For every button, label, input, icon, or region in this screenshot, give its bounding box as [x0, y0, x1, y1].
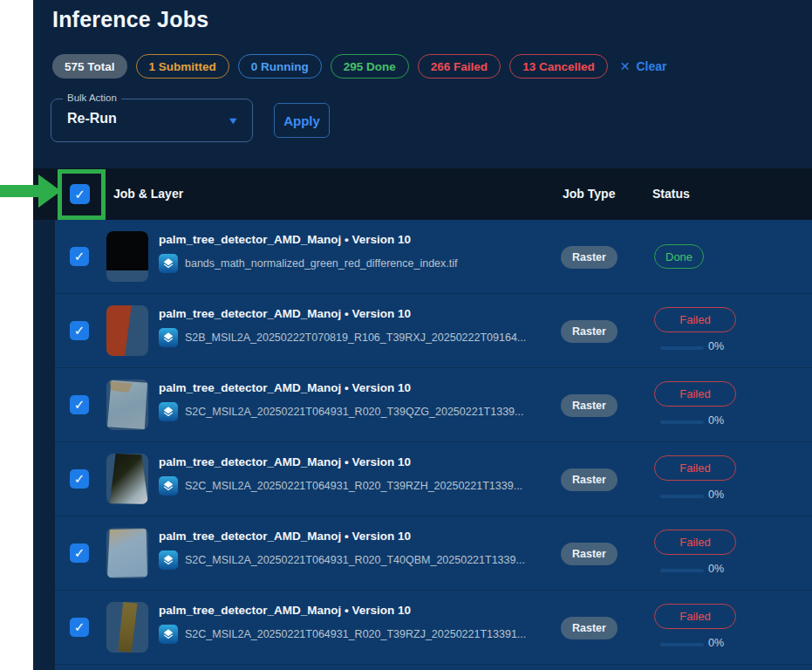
layers-icon [159, 550, 178, 570]
job-thumbnail [106, 231, 148, 282]
table-row[interactable]: ✓ palm_tree_detector_AMD_Manoj • Version… [55, 516, 812, 591]
job-type-badge: Raster [561, 394, 618, 417]
check-icon: ✓ [74, 471, 85, 487]
progress-label: 0% [708, 489, 724, 501]
bulk-action-field-label: Bulk Action [63, 92, 121, 103]
chevron-down-icon: ▼ [227, 115, 239, 126]
job-thumbnail [106, 454, 148, 504]
filter-chip-cancelled[interactable]: 13 Cancelled [509, 54, 608, 79]
layers-icon [159, 476, 178, 496]
apply-button[interactable]: Apply [274, 103, 330, 138]
table-row[interactable]: ✓ palm_tree_detector_AMD_Manoj • Version… [55, 442, 812, 516]
page-title: Inference Jobs [52, 7, 208, 32]
layer-name: S2C_MSIL2A_20250221T064931_R020_T39RZH_2… [185, 480, 522, 492]
annotation-highlight-box [58, 169, 106, 220]
layer-name: S2B_MSIL2A_20250222T070819_R106_T39RXJ_2… [185, 332, 526, 344]
table-row[interactable]: ✓ palm_tree_detector_AMD_Manoj • Version… [55, 368, 812, 442]
job-type-badge: Raster [561, 468, 618, 491]
layer-name: S2C_MSIL2A_20250221T064931_R020_T39RZJ_2… [185, 628, 526, 640]
check-icon: ✓ [74, 619, 85, 635]
job-thumbnail [106, 528, 148, 578]
layers-icon [159, 625, 178, 644]
layers-icon [159, 254, 178, 273]
filter-chip-failed[interactable]: 266 Failed [418, 54, 501, 79]
job-type-badge: Raster [561, 320, 618, 343]
job-title: palm_tree_detector_AMD_Manoj • Version 1… [159, 381, 411, 394]
bulk-action-select[interactable]: Bulk Action Re-Run ▼ [51, 99, 253, 142]
annotation-arrow-head [38, 174, 61, 208]
job-title: palm_tree_detector_AMD_Manoj • Version 1… [159, 455, 411, 468]
progress-label: 0% [708, 563, 724, 575]
filter-chip-total[interactable]: 575 Total [52, 54, 127, 79]
layer-name: bands_math_normalized_green_red_differen… [185, 257, 457, 270]
column-header-job-layer: Job & Layer [113, 187, 183, 201]
status-badge: Failed [654, 530, 736, 555]
row-checkbox[interactable]: ✓ [70, 544, 89, 563]
layer-name: S2C_MSIL2A_20250221T064931_R020_T40QBM_2… [185, 554, 525, 566]
annotation-arrow [0, 185, 40, 197]
job-thumbnail [106, 602, 148, 653]
job-title: palm_tree_detector_AMD_Manoj • Version 1… [159, 530, 411, 543]
app-window: Inference Jobs 575 Total 1 Submitted 0 R… [33, 0, 812, 670]
row-checkbox[interactable]: ✓ [70, 321, 89, 340]
status-badge: Failed [654, 604, 736, 629]
progress-label: 0% [708, 637, 724, 649]
progress-bar [660, 643, 704, 646]
job-list: ✓ palm_tree_detector_AMD_Manoj • Version… [55, 220, 812, 670]
filter-chip-done[interactable]: 295 Done [331, 54, 409, 79]
layers-icon [159, 402, 178, 421]
table-row[interactable]: ✓ palm_tree_detector_AMD_Manoj • Version… [55, 294, 812, 368]
job-type-badge: Raster [561, 543, 618, 565]
progress-bar [660, 420, 704, 424]
job-title: palm_tree_detector_AMD_Manoj • Version 1… [159, 604, 411, 617]
check-icon: ✓ [74, 323, 85, 338]
row-checkbox[interactable]: ✓ [70, 395, 89, 414]
progress-bar [660, 495, 704, 498]
clear-label: Clear [636, 59, 666, 73]
job-thumbnail [106, 379, 148, 430]
job-type-badge: Raster [561, 617, 618, 639]
clear-filters-button[interactable]: ✕ Clear [620, 59, 667, 73]
job-title: palm_tree_detector_AMD_Manoj • Version 1… [159, 307, 411, 320]
check-icon: ✓ [74, 249, 85, 264]
status-badge: Failed [654, 381, 736, 407]
column-header-job-type: Job Type [563, 187, 615, 201]
table-row[interactable]: ✓ palm_tree_detector_AMD_Manoj • Version… [55, 220, 812, 294]
table-row[interactable]: ✓ palm_tree_detector_AMD_Manoj • Version… [55, 591, 812, 665]
close-icon: ✕ [620, 59, 631, 73]
bulk-action-value: Re-Run [67, 111, 117, 126]
status-badge: Done [654, 244, 704, 269]
column-header-status: Status [652, 187, 690, 201]
job-thumbnail [106, 305, 148, 356]
progress-bar [660, 569, 704, 572]
table-header: ✓ Job & Layer Job Type Status [33, 168, 812, 220]
status-badge: Failed [654, 307, 736, 332]
progress-label: 0% [708, 414, 724, 427]
progress-label: 0% [708, 340, 724, 352]
filter-chip-bar: 575 Total 1 Submitted 0 Running 295 Done… [52, 54, 666, 79]
job-title: palm_tree_detector_AMD_Manoj • Version 1… [159, 233, 411, 246]
screenshot: Inference Jobs 575 Total 1 Submitted 0 R… [0, 0, 812, 670]
row-checkbox[interactable]: ✓ [70, 469, 89, 489]
filter-chip-submitted[interactable]: 1 Submitted [136, 54, 229, 79]
layer-name: S2C_MSIL2A_20250221T064931_R020_T39QZG_2… [185, 406, 523, 418]
status-badge: Failed [654, 455, 736, 481]
check-icon: ✓ [74, 545, 85, 561]
row-checkbox[interactable]: ✓ [70, 618, 89, 637]
check-icon: ✓ [74, 397, 85, 413]
row-checkbox[interactable]: ✓ [70, 247, 89, 266]
progress-bar [660, 346, 704, 350]
filter-chip-running[interactable]: 0 Running [238, 54, 322, 79]
layers-icon [159, 328, 178, 347]
job-type-badge: Raster [561, 246, 618, 269]
